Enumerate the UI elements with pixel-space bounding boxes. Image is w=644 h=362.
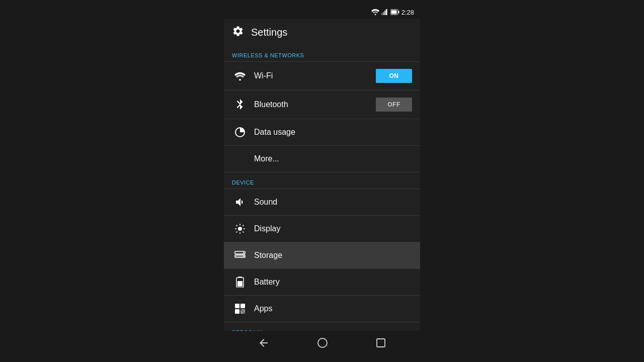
svg-rect-21 bbox=[235, 309, 239, 314]
wireless-networks-header: WIRELESS & NETWORKS bbox=[224, 45, 420, 61]
wifi-label: Wi-Fi bbox=[254, 71, 376, 80]
svg-rect-7 bbox=[391, 11, 396, 14]
storage-menu-item[interactable]: Storage bbox=[224, 242, 420, 268]
wifi-status-icon bbox=[371, 9, 379, 15]
svg-rect-2 bbox=[383, 12, 384, 15]
nav-bar bbox=[224, 331, 420, 357]
settings-content: WIRELESS & NETWORKS Wi-Fi ON bbox=[224, 45, 420, 331]
sound-menu-item[interactable]: Sound bbox=[224, 189, 420, 215]
device-section-header: DEVICE bbox=[224, 172, 420, 189]
wifi-menu-item[interactable]: Wi-Fi ON bbox=[224, 62, 420, 90]
svg-rect-19 bbox=[235, 304, 239, 308]
svg-rect-20 bbox=[240, 304, 245, 308]
app-header: Settings bbox=[224, 19, 420, 45]
wifi-toggle[interactable]: ON bbox=[376, 69, 412, 83]
apps-menu-item[interactable]: Apps bbox=[224, 296, 420, 322]
battery-icon bbox=[232, 277, 248, 288]
display-icon bbox=[232, 223, 248, 234]
battery-status-icon bbox=[390, 9, 399, 15]
svg-rect-25 bbox=[377, 339, 385, 347]
home-button[interactable] bbox=[306, 333, 339, 355]
wifi-toggle-container[interactable]: ON bbox=[376, 69, 412, 83]
bluetooth-icon bbox=[232, 99, 248, 110]
svg-point-10 bbox=[238, 227, 242, 231]
bluetooth-toggle-container[interactable]: OFF bbox=[376, 98, 412, 112]
svg-point-8 bbox=[239, 79, 241, 80]
signal-status-icon bbox=[381, 9, 388, 15]
apps-icon bbox=[232, 303, 248, 314]
wifi-icon bbox=[232, 72, 248, 80]
recents-button[interactable] bbox=[365, 333, 396, 355]
data-usage-label: Data usage bbox=[254, 128, 412, 137]
data-usage-menu-item[interactable]: Data usage bbox=[224, 119, 420, 145]
settings-gear-icon bbox=[232, 25, 244, 39]
bluetooth-menu-item[interactable]: Bluetooth OFF bbox=[224, 90, 420, 119]
back-button[interactable] bbox=[248, 333, 280, 355]
status-time: 2:28 bbox=[401, 9, 414, 16]
svg-rect-18 bbox=[237, 281, 243, 287]
more-menu-item[interactable]: More... bbox=[224, 146, 420, 172]
bluetooth-toggle[interactable]: OFF bbox=[376, 98, 412, 112]
battery-menu-item[interactable]: Battery bbox=[224, 269, 420, 295]
data-usage-icon bbox=[232, 127, 248, 138]
svg-rect-3 bbox=[384, 11, 386, 15]
header-title: Settings bbox=[251, 27, 287, 38]
svg-point-15 bbox=[243, 255, 244, 256]
svg-rect-1 bbox=[381, 13, 383, 15]
svg-point-14 bbox=[243, 252, 244, 253]
svg-rect-4 bbox=[386, 9, 387, 15]
svg-rect-6 bbox=[398, 11, 399, 14]
display-label: Display bbox=[254, 224, 412, 233]
status-bar: 2:28 bbox=[224, 5, 420, 19]
bluetooth-label: Bluetooth bbox=[254, 100, 376, 109]
status-icons: 2:28 bbox=[371, 9, 414, 16]
sound-icon bbox=[232, 197, 248, 208]
apps-label: Apps bbox=[254, 304, 412, 313]
storage-label: Storage bbox=[254, 251, 412, 260]
svg-point-24 bbox=[318, 338, 327, 347]
phone-container: 2:28 Settings WIRELESS & NETWORKS Wi-Fi bbox=[224, 5, 420, 357]
sound-label: Sound bbox=[254, 198, 412, 207]
display-menu-item[interactable]: Display bbox=[224, 216, 420, 242]
svg-point-0 bbox=[374, 14, 376, 16]
battery-label: Battery bbox=[254, 278, 412, 287]
personal-section-header: PERSONAL bbox=[224, 322, 420, 331]
storage-icon bbox=[232, 251, 248, 260]
more-label: More... bbox=[254, 154, 412, 163]
